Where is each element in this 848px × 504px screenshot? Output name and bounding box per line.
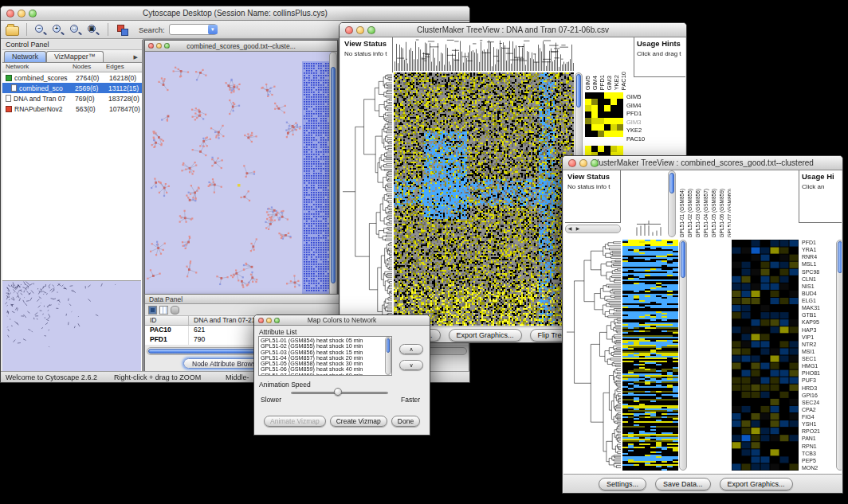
- scroll-left-icon[interactable]: ◀: [566, 225, 574, 232]
- close-button[interactable]: [6, 10, 14, 18]
- move-up-button[interactable]: ∧: [399, 344, 423, 354]
- gene-label[interactable]: TCB3: [802, 451, 835, 456]
- gene-label[interactable]: RPO21: [802, 428, 835, 434]
- gene-label[interactable]: HMG1: [802, 363, 835, 369]
- minimize-button[interactable]: [18, 10, 26, 18]
- gene-label[interactable]: RNR4: [802, 254, 835, 260]
- close-button[interactable]: [568, 159, 576, 167]
- zoom-button[interactable]: [164, 43, 170, 49]
- gene-label[interactable]: GIM3: [626, 119, 645, 126]
- column-label[interactable]: GIM5: [585, 76, 591, 90]
- zoom-button[interactable]: [367, 26, 375, 34]
- heatmap-canvas[interactable]: [622, 240, 678, 471]
- close-button[interactable]: [148, 43, 154, 49]
- row-dendrogram-canvas[interactable]: [342, 72, 393, 326]
- column-label[interactable]: PAC10: [621, 72, 627, 90]
- gene-label[interactable]: PEP5: [802, 458, 835, 463]
- gene-label[interactable]: YKE2: [626, 127, 645, 134]
- tab-network[interactable]: Network: [4, 51, 46, 62]
- column-label[interactable]: GPL51-06 (GSM859): [718, 189, 725, 237]
- status-h-scrollbar[interactable]: ◀ ▶: [565, 225, 621, 233]
- gene-label[interactable]: PFD1: [626, 110, 645, 117]
- column-label[interactable]: GPL51-03 (GSM856): [694, 189, 701, 237]
- heatmap-v-scrollbar[interactable]: [679, 240, 687, 471]
- list-v-scrollbar[interactable]: [385, 337, 391, 375]
- gene-label[interactable]: PHO81: [802, 370, 835, 376]
- zoom-button[interactable]: [274, 318, 280, 323]
- gene-label[interactable]: MON2: [802, 465, 835, 471]
- gene-list-v-scrollbar[interactable]: [836, 240, 842, 471]
- gene-label[interactable]: PAC10: [626, 135, 645, 143]
- attribute-list-item[interactable]: GPL51-07 (GSM860) heat shock 60 min: [261, 373, 391, 376]
- tab-vizmapper[interactable]: VizMapper™: [46, 51, 104, 62]
- zoom-heatmap-canvas[interactable]: [732, 240, 799, 471]
- column-header-network[interactable]: Network: [2, 63, 73, 72]
- attribute-table-icon[interactable]: [159, 306, 168, 315]
- column-label[interactable]: YKE2: [614, 75, 620, 90]
- dialog-titlebar[interactable]: Map Colors to Network: [254, 315, 430, 326]
- annotation-icon[interactable]: [116, 23, 128, 36]
- gene-label[interactable]: SPC98: [802, 269, 835, 275]
- row-dendrogram-canvas[interactable]: [566, 240, 622, 471]
- minimize-button[interactable]: [266, 318, 272, 323]
- network-list-row[interactable]: combined_sco 2569(6) 13112(15): [2, 83, 142, 93]
- treeview-button[interactable]: Settings...: [599, 478, 646, 490]
- open-session-icon[interactable]: [6, 26, 19, 36]
- scroll-track[interactable]: [582, 225, 620, 232]
- scrollbar-thumb[interactable]: [387, 338, 390, 353]
- network-canvas[interactable]: [145, 52, 331, 299]
- column-label[interactable]: GPL51-02 (GSM855): [686, 189, 693, 237]
- treeview-button[interactable]: Save Data...: [655, 478, 711, 490]
- network-list-row[interactable]: DNA and Tran 07 769(0) 183728(0): [2, 93, 142, 104]
- move-down-button[interactable]: ∨: [399, 360, 423, 370]
- gene-label[interactable]: GPI16: [802, 393, 835, 398]
- zoom-button[interactable]: [29, 10, 37, 18]
- main-titlebar[interactable]: Cytoscape Desktop (Session Name: collins…: [1, 6, 469, 21]
- minimize-button[interactable]: [579, 159, 587, 167]
- gene-label[interactable]: YRA1: [802, 247, 835, 252]
- scrollbar-thumb[interactable]: [669, 173, 674, 193]
- gene-label[interactable]: SEC24: [802, 400, 835, 405]
- gene-label[interactable]: MSI1: [802, 349, 835, 354]
- gene-label[interactable]: HAP3: [802, 327, 835, 333]
- gene-label[interactable]: PAN1: [802, 436, 835, 441]
- gene-label[interactable]: MSL1: [802, 261, 835, 267]
- dialog-button[interactable]: Done: [391, 416, 420, 427]
- gene-label[interactable]: VIP1: [802, 334, 835, 340]
- column-dendrogram-canvas[interactable]: [394, 37, 574, 71]
- gene-label[interactable]: CLN1: [802, 276, 835, 282]
- dialog-button[interactable]: Animate Vizmap: [264, 416, 326, 427]
- network-overview-canvas[interactable]: [2, 280, 141, 371]
- zoom-button[interactable]: [591, 159, 599, 167]
- select-attributes-icon[interactable]: [148, 306, 157, 315]
- dialog-button[interactable]: Create Vizmap: [330, 416, 387, 427]
- network-v-scrollbar[interactable]: [329, 52, 337, 299]
- scrollbar-thumb[interactable]: [331, 67, 336, 283]
- gene-label[interactable]: RPN1: [802, 443, 835, 449]
- treeview1-titlebar[interactable]: ClusterMaker TreeView : DNA and Tran 07-…: [340, 23, 686, 37]
- gene-label[interactable]: CPA2: [802, 407, 835, 412]
- gene-label[interactable]: PUF3: [802, 377, 835, 383]
- column-label[interactable]: GIM3: [607, 76, 613, 90]
- gene-label[interactable]: GIM4: [626, 102, 645, 109]
- gene-label[interactable]: BUD4: [802, 291, 835, 296]
- column-header-edges[interactable]: Edges: [106, 63, 142, 72]
- gene-label[interactable]: FIG4: [802, 414, 835, 420]
- gene-label[interactable]: NTR2: [802, 342, 835, 347]
- gene-label[interactable]: ELG1: [802, 298, 835, 303]
- zoom-matrix-canvas[interactable]: [585, 92, 623, 137]
- scrollbar-thumb[interactable]: [681, 241, 685, 278]
- column-label[interactable]: GPL51-05 (GSM858): [710, 189, 717, 237]
- close-button[interactable]: [258, 318, 264, 323]
- column-label[interactable]: GPL51-01 (GSM854): [678, 189, 685, 237]
- gene-label[interactable]: KAP95: [802, 319, 835, 325]
- minimize-button[interactable]: [156, 43, 162, 49]
- gene-label[interactable]: MAK31: [802, 305, 835, 311]
- gene-label[interactable]: NIS1: [802, 283, 835, 289]
- column-header-id[interactable]: ID: [145, 316, 189, 325]
- labels-v-scrollbar[interactable]: [668, 170, 676, 237]
- treeview-button[interactable]: Export Graphics...: [449, 329, 522, 342]
- network-list-row[interactable]: combined_scores 2764(0) 16218(0): [2, 72, 142, 83]
- tab-overflow-icon[interactable]: ▶: [134, 54, 142, 62]
- zoom-in-icon[interactable]: +: [52, 23, 65, 37]
